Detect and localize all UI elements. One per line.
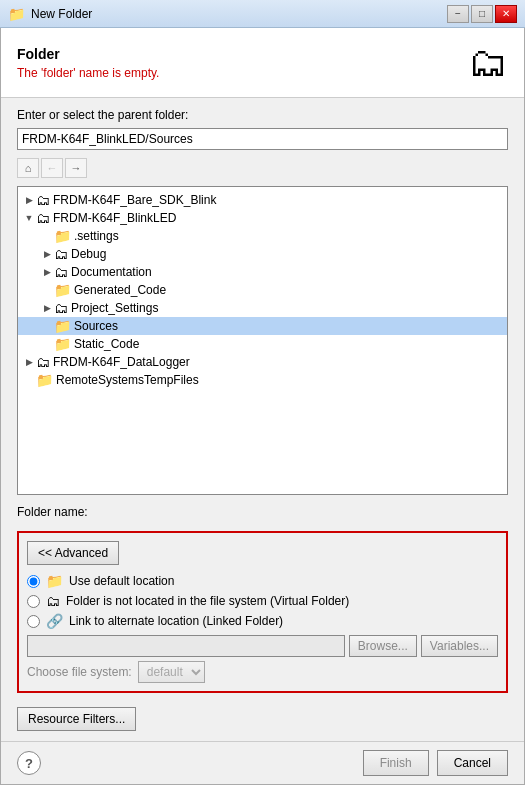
folder-icon-debug: 🗂 bbox=[54, 246, 68, 262]
radio-linked[interactable] bbox=[27, 615, 40, 628]
back-button[interactable]: ← bbox=[41, 158, 63, 178]
folder-icon-datalogger: 🗂 bbox=[36, 354, 50, 370]
tree-item-generated[interactable]: ▶ 📁 Generated_Code bbox=[18, 281, 507, 299]
filesystem-label: Choose file system: bbox=[27, 665, 132, 679]
tree-label-static: Static_Code bbox=[74, 337, 139, 351]
footer-buttons: Finish Cancel bbox=[363, 750, 508, 776]
tree-label-remote: RemoteSystemsTempFiles bbox=[56, 373, 199, 387]
advanced-section: << Advanced 📁 Use default location 🗂 Fol… bbox=[17, 531, 508, 693]
tree-item-settings[interactable]: ▶ 📁 .settings bbox=[18, 227, 507, 245]
folder-icon-bare: 🗂 bbox=[36, 192, 50, 208]
folder-icon-docs: 🗂 bbox=[54, 264, 68, 280]
title-bar: 📁 New Folder − □ ✕ bbox=[0, 0, 525, 28]
dialog-header-left: Folder The 'folder' name is empty. bbox=[17, 46, 159, 80]
title-text: New Folder bbox=[31, 7, 92, 21]
radio-virtual[interactable] bbox=[27, 595, 40, 608]
tree-item-debug[interactable]: ▶ 🗂 Debug bbox=[18, 245, 507, 263]
tree-item-bare[interactable]: ▶ 🗂 FRDM-K64F_Bare_SDK_Blink bbox=[18, 191, 507, 209]
tree-label-sources: Sources bbox=[74, 319, 118, 333]
minimize-button[interactable]: − bbox=[447, 5, 469, 23]
dialog-footer: ? Finish Cancel bbox=[1, 741, 524, 784]
tree-item-blinkled[interactable]: ▼ 🗂 FRDM-K64F_BlinkLED bbox=[18, 209, 507, 227]
help-button[interactable]: ? bbox=[17, 751, 41, 775]
tree-toggle-docs[interactable]: ▶ bbox=[40, 267, 54, 277]
forward-button[interactable]: → bbox=[65, 158, 87, 178]
dialog-subtitle: The 'folder' name is empty. bbox=[17, 66, 159, 80]
tree-label-docs: Documentation bbox=[71, 265, 152, 279]
tree-label-project: Project_Settings bbox=[71, 301, 158, 315]
tree-item-remote[interactable]: ▶ 📁 RemoteSystemsTempFiles bbox=[18, 371, 507, 389]
linked-folder-icon: 🔗 bbox=[46, 613, 63, 629]
tree-toggle-debug[interactable]: ▶ bbox=[40, 249, 54, 259]
location-input[interactable] bbox=[27, 635, 345, 657]
dialog-title: Folder bbox=[17, 46, 159, 62]
folder-icon-blinkled: 🗂 bbox=[36, 210, 50, 226]
dialog-body: Enter or select the parent folder: ⌂ ← →… bbox=[1, 98, 524, 741]
radio-label-default: Use default location bbox=[69, 574, 174, 588]
radio-option-default[interactable]: 📁 Use default location bbox=[27, 573, 498, 589]
home-button[interactable]: ⌂ bbox=[17, 158, 39, 178]
tree-label-bare: FRDM-K64F_Bare_SDK_Blink bbox=[53, 193, 216, 207]
tree-toggle-bare[interactable]: ▶ bbox=[22, 195, 36, 205]
folder-name-section: Folder name: bbox=[17, 505, 508, 523]
tree-item-sources[interactable]: ▶ 📁 Sources bbox=[18, 317, 507, 335]
tree-toggle-project[interactable]: ▶ bbox=[40, 303, 54, 313]
default-folder-icon: 📁 bbox=[46, 573, 63, 589]
filesystem-row: Choose file system: default bbox=[27, 661, 498, 683]
radio-option-linked[interactable]: 🔗 Link to alternate location (Linked Fol… bbox=[27, 613, 498, 629]
dialog-header: Folder The 'folder' name is empty. 🗂 bbox=[1, 28, 524, 98]
tree-item-datalogger[interactable]: ▶ 🗂 FRDM-K64F_DataLogger bbox=[18, 353, 507, 371]
tree-view[interactable]: ▶ 🗂 FRDM-K64F_Bare_SDK_Blink ▼ 🗂 FRDM-K6… bbox=[17, 186, 508, 495]
title-bar-left: 📁 New Folder bbox=[8, 6, 92, 22]
tree-label-settings: .settings bbox=[74, 229, 119, 243]
folder-icon-project: 🗂 bbox=[54, 300, 68, 316]
folder-icon-settings: 📁 bbox=[54, 228, 71, 244]
advanced-button[interactable]: << Advanced bbox=[27, 541, 119, 565]
location-row: Browse... Variables... bbox=[27, 635, 498, 657]
cancel-button[interactable]: Cancel bbox=[437, 750, 508, 776]
finish-button[interactable]: Finish bbox=[363, 750, 429, 776]
tree-toggle-blinkled[interactable]: ▼ bbox=[22, 213, 36, 223]
path-input[interactable] bbox=[17, 128, 508, 150]
tree-item-static[interactable]: ▶ 📁 Static_Code bbox=[18, 335, 507, 353]
tree-label-debug: Debug bbox=[71, 247, 106, 261]
folder-header-icon: 🗂 bbox=[468, 40, 508, 85]
tree-label-generated: Generated_Code bbox=[74, 283, 166, 297]
tree-item-project[interactable]: ▶ 🗂 Project_Settings bbox=[18, 299, 507, 317]
maximize-button[interactable]: □ bbox=[471, 5, 493, 23]
new-folder-icon: 📁 bbox=[8, 6, 25, 22]
tree-toggle-datalogger[interactable]: ▶ bbox=[22, 357, 36, 367]
folder-icon-remote: 📁 bbox=[36, 372, 53, 388]
folder-icon-static: 📁 bbox=[54, 336, 71, 352]
resource-filters-button[interactable]: Resource Filters... bbox=[17, 707, 136, 731]
dialog: Folder The 'folder' name is empty. 🗂 Ent… bbox=[0, 28, 525, 785]
nav-bar: ⌂ ← → bbox=[17, 156, 508, 180]
radio-label-virtual: Folder is not located in the file system… bbox=[66, 594, 349, 608]
parent-folder-label: Enter or select the parent folder: bbox=[17, 108, 508, 122]
radio-label-linked: Link to alternate location (Linked Folde… bbox=[69, 614, 283, 628]
radio-default[interactable] bbox=[27, 575, 40, 588]
title-buttons: − □ ✕ bbox=[447, 5, 517, 23]
virtual-folder-icon: 🗂 bbox=[46, 593, 60, 609]
filesystem-select[interactable]: default bbox=[138, 661, 205, 683]
folder-icon-sources: 📁 bbox=[54, 318, 71, 334]
tree-item-docs[interactable]: ▶ 🗂 Documentation bbox=[18, 263, 507, 281]
variables-button[interactable]: Variables... bbox=[421, 635, 498, 657]
radio-option-virtual[interactable]: 🗂 Folder is not located in the file syst… bbox=[27, 593, 498, 609]
browse-button[interactable]: Browse... bbox=[349, 635, 417, 657]
folder-icon-generated: 📁 bbox=[54, 282, 71, 298]
folder-name-label: Folder name: bbox=[17, 505, 508, 519]
radio-options: 📁 Use default location 🗂 Folder is not l… bbox=[27, 573, 498, 629]
tree-label-datalogger: FRDM-K64F_DataLogger bbox=[53, 355, 190, 369]
close-button[interactable]: ✕ bbox=[495, 5, 517, 23]
tree-label-blinkled: FRDM-K64F_BlinkLED bbox=[53, 211, 176, 225]
